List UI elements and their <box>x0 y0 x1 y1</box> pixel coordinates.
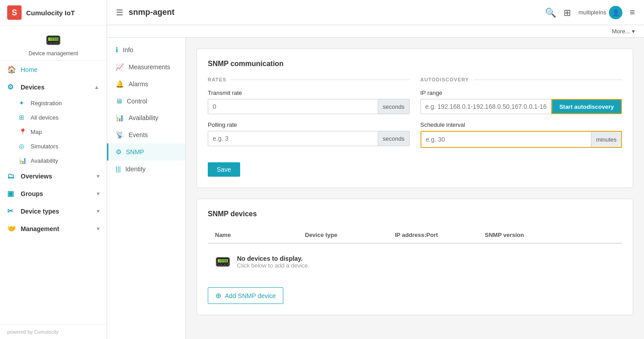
sidebar-group-overviews[interactable]: 🗂 Overviews ▾ <box>0 168 107 185</box>
sidebar-group-device-types[interactable]: ✂ Device types ▾ <box>0 202 107 220</box>
ip-range-label: IP range <box>420 89 622 96</box>
schedule-interval-label: Schedule interval <box>420 121 622 128</box>
all-devices-label: All devices <box>31 114 58 121</box>
empty-state-text: No devices to display. Click below to ad… <box>237 255 309 269</box>
save-button[interactable]: Save <box>208 162 240 177</box>
add-snmp-device-button[interactable]: ⊕ Add SNMP device <box>208 287 283 304</box>
subnav-identity-label: Identity <box>125 165 146 173</box>
topbar-actions: 🔍 ⊞ multipleIns 👤 ≡ <box>545 6 635 19</box>
snmp-icon: ⚙ <box>116 148 121 156</box>
identity-icon: ||| <box>116 165 121 173</box>
search-icon[interactable]: 🔍 <box>545 7 556 18</box>
subnav-item-snmp[interactable]: ⚙ SNMP <box>107 143 185 161</box>
device-types-icon: ✂ <box>7 207 16 215</box>
subnav-item-identity[interactable]: ||| Identity <box>107 161 185 177</box>
control-icon: 🖥 <box>116 97 122 105</box>
apps-icon[interactable]: ⊞ <box>564 7 571 18</box>
more-button[interactable]: More... ▾ <box>612 28 635 35</box>
snmp-communication-title: SNMP communication <box>208 60 622 68</box>
sidebar-group-management[interactable]: 🤝 Management ▾ <box>0 220 107 237</box>
content-area: ℹ Info 📈 Measurements 🔔 Alarms 🖥 Control… <box>107 38 644 339</box>
subnav-availability-label: Availability <box>129 114 158 121</box>
subnav-item-measurements[interactable]: 📈 Measurements <box>107 58 185 76</box>
management-icon: 🤝 <box>7 224 16 233</box>
more-label: More... <box>612 28 630 35</box>
subnav-alarms-label: Alarms <box>129 80 148 88</box>
brand-logo: S <box>7 5 22 20</box>
ip-range-input[interactable] <box>420 99 551 114</box>
more-chevron-icon: ▾ <box>632 28 635 35</box>
polling-rate-input[interactable] <box>208 131 378 146</box>
subnav-item-alarms[interactable]: 🔔 Alarms <box>107 76 185 93</box>
transmit-rate-input[interactable] <box>208 99 378 114</box>
subnav-control-label: Control <box>127 98 147 105</box>
home-icon: 🏠 <box>7 65 16 74</box>
overviews-label: Overviews <box>21 173 52 180</box>
page-title: snmp-agent <box>129 8 540 17</box>
schedule-interval-input-wrap: minutes <box>420 131 622 148</box>
availability-icon: 📊 <box>19 157 27 164</box>
home-label: Home <box>21 66 37 73</box>
start-autodiscovery-button[interactable]: Start autodiscovery <box>551 99 622 114</box>
snmp-communication-card: SNMP communication RATES Transmit rate <box>197 49 633 188</box>
devices-icon: ⚙ <box>7 83 16 91</box>
sidebar-group-devices[interactable]: ⚙ Devices ▲ <box>0 78 107 96</box>
polling-rate-input-wrap: seconds <box>208 131 410 146</box>
sidebar-item-registration[interactable]: ✦ Registration <box>0 96 107 110</box>
map-icon: 📍 <box>19 128 27 135</box>
subnav-item-info[interactable]: ℹ Info <box>107 41 185 58</box>
device-management-label: Device management <box>28 50 78 57</box>
transmit-rate-unit: seconds <box>378 99 409 114</box>
groups-arrow: ▾ <box>97 191 99 197</box>
simulators-label: Simulators <box>31 143 58 150</box>
sidebar-footer: powered by Cumulocity <box>0 324 107 339</box>
device-management-icon: 📟 <box>45 33 61 48</box>
subnav-events-label: Events <box>129 131 148 138</box>
snmp-devices-empty-state: 📟 No devices to display. Click below to … <box>208 244 622 280</box>
subnav-availability-icon: 📊 <box>116 114 124 122</box>
device-types-label: Device types <box>21 208 59 215</box>
sidebar-item-simulators[interactable]: ◎ Simulators <box>0 139 107 153</box>
topbar-menu-icon[interactable]: ≡ <box>630 7 635 18</box>
devices-label: Devices <box>21 84 45 91</box>
sidebar-item-map[interactable]: 📍 Map <box>0 125 107 139</box>
user-menu[interactable]: multipleIns 👤 <box>578 6 622 19</box>
groups-label: Groups <box>21 190 43 197</box>
sidebar-group-groups[interactable]: ▣ Groups ▾ <box>0 185 107 202</box>
subnav-item-events[interactable]: 📡 Events <box>107 126 185 143</box>
management-label: Management <box>21 225 59 232</box>
rates-line <box>231 80 409 80</box>
main-area: ☰ snmp-agent 🔍 ⊞ multipleIns 👤 ≡ More...… <box>107 0 644 339</box>
polling-rate-unit: seconds <box>378 131 409 146</box>
sidebar-item-all-devices[interactable]: ⊞ All devices <box>0 110 107 125</box>
polling-rate-group: Polling rate seconds <box>208 121 410 146</box>
rates-column: RATES Transmit rate seconds Polling rate <box>208 77 410 155</box>
page-content: SNMP communication RATES Transmit rate <box>186 38 644 339</box>
autodiscovery-column: AUTODISCOVERY IP range Start autodiscove… <box>420 77 622 155</box>
snmp-devices-table-header: Name Device type IP address:Port SNMP ve… <box>208 227 622 244</box>
snmp-devices-title: SNMP devices <box>208 210 622 218</box>
snmp-devices-card: SNMP devices Name Device type IP address… <box>197 199 633 315</box>
autodiscovery-label: AUTODISCOVERY <box>420 77 469 82</box>
alarms-icon: 🔔 <box>116 80 124 88</box>
rates-label: RATES <box>208 77 226 82</box>
subnav-info-label: Info <box>123 46 133 54</box>
availability-label: Availability <box>31 157 58 164</box>
subnav-item-availability[interactable]: 📊 Availability <box>107 109 185 126</box>
schedule-interval-input[interactable] <box>421 132 591 147</box>
empty-state-main: No devices to display. <box>237 255 309 262</box>
sidebar-item-home[interactable]: 🏠 Home <box>0 61 107 78</box>
subnav-item-control[interactable]: 🖥 Control <box>107 93 185 109</box>
empty-state-icon: 📟 <box>215 254 231 269</box>
topbar: ☰ snmp-agent 🔍 ⊞ multipleIns 👤 ≡ <box>107 0 644 25</box>
menu-toggle-icon[interactable]: ☰ <box>116 8 123 18</box>
col-snmp-version: SNMP version <box>485 232 615 238</box>
snmp-communication-columns: RATES Transmit rate seconds Polling rate <box>208 77 622 155</box>
subnav: ℹ Info 📈 Measurements 🔔 Alarms 🖥 Control… <box>107 38 186 339</box>
management-arrow: ▾ <box>97 226 99 232</box>
groups-icon: ▣ <box>7 189 16 198</box>
schedule-interval-group: Schedule interval minutes <box>420 121 622 148</box>
sidebar-item-availability[interactable]: 📊 Availability <box>0 153 107 168</box>
sidebar: S Cumulocity IoT 📟 Device management 🏠 H… <box>0 0 107 339</box>
col-ip-port: IP address:Port <box>395 232 485 238</box>
